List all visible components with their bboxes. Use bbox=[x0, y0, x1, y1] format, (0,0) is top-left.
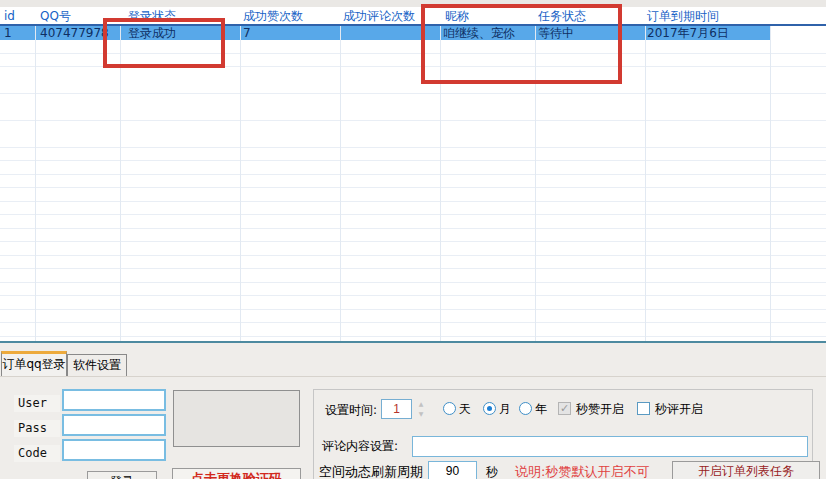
radio-month[interactable] bbox=[483, 402, 496, 415]
instant-comment-label[interactable]: 秒评开启 bbox=[655, 402, 703, 417]
code-input[interactable] bbox=[62, 439, 166, 461]
radio-day[interactable] bbox=[443, 402, 456, 415]
grid-vline bbox=[35, 26, 36, 341]
col-header-id[interactable]: id bbox=[4, 8, 15, 24]
time-setting-label: 设置时间: bbox=[325, 403, 377, 418]
radio-day-label[interactable]: 天 bbox=[459, 402, 471, 417]
captcha-image[interactable] bbox=[173, 390, 300, 447]
instant-comment-checkbox[interactable] bbox=[637, 402, 650, 415]
col-header-comment-count[interactable]: 成功评论次数 bbox=[343, 8, 415, 24]
user-label: User bbox=[14, 395, 60, 412]
pass-label: Pass bbox=[14, 420, 60, 437]
instant-like-label[interactable]: 秒赞开启 bbox=[576, 402, 624, 417]
note-text: 说明:秒赞默认开启不可 bbox=[515, 463, 649, 479]
grid-vline bbox=[340, 26, 341, 341]
cell-expire-date[interactable]: 2017年7月6日 bbox=[647, 26, 729, 40]
refresh-unit-label: 秒 bbox=[486, 465, 498, 479]
instant-like-checkbox[interactable]: ✓ bbox=[558, 402, 571, 415]
tab-content-divider bbox=[0, 376, 826, 377]
grid-vline bbox=[240, 26, 241, 341]
comment-content-input[interactable] bbox=[412, 436, 808, 457]
tab-software-settings[interactable]: 软件设置 bbox=[67, 354, 127, 376]
spinner-up-icon[interactable]: ▲ bbox=[415, 399, 427, 408]
code-label: Code bbox=[14, 445, 60, 462]
order-table: id QQ号 登录状态 成功赞次数 成功评论次数 昵称 任务状态 订单到期时间 … bbox=[0, 0, 826, 343]
login-button[interactable]: 登录 bbox=[87, 471, 157, 479]
spinner-down-icon[interactable]: ▼ bbox=[415, 409, 427, 418]
col-header-expire-date[interactable]: 订单到期时间 bbox=[647, 8, 719, 24]
radio-year[interactable] bbox=[519, 402, 532, 415]
start-order-tasks-button[interactable]: 开启订单列表任务 bbox=[672, 461, 820, 479]
cell-id[interactable]: 1 bbox=[4, 26, 12, 40]
time-value-spinner[interactable] bbox=[381, 399, 412, 419]
user-input[interactable] bbox=[62, 389, 166, 411]
radio-month-label[interactable]: 月 bbox=[499, 402, 511, 417]
refresh-period-label: 空间动态刷新周期 bbox=[319, 464, 423, 479]
cell-qq[interactable]: 407477978 bbox=[40, 26, 109, 40]
tab-order-qq-login[interactable]: 订单qq登录 bbox=[1, 351, 67, 376]
refresh-period-input[interactable] bbox=[428, 461, 477, 479]
annotation-rect-nickname-task bbox=[421, 4, 622, 84]
grid-vline bbox=[645, 26, 646, 341]
pass-input[interactable] bbox=[62, 414, 166, 436]
radio-year-label[interactable]: 年 bbox=[535, 402, 547, 417]
col-header-qq[interactable]: QQ号 bbox=[40, 8, 71, 24]
cell-like-count[interactable]: 7 bbox=[243, 26, 251, 40]
bottom-panel: 订单qq登录 软件设置 User Pass Code 登录 点击更换验证码 设置… bbox=[0, 343, 826, 479]
comment-content-label: 评论内容设置: bbox=[322, 439, 398, 454]
grid-vline bbox=[770, 26, 771, 341]
table-top-strip bbox=[0, 0, 826, 7]
col-header-like-count[interactable]: 成功赞次数 bbox=[243, 8, 303, 24]
table-grid bbox=[0, 40, 826, 341]
grid-vline bbox=[120, 26, 121, 341]
annotation-rect-login-status bbox=[103, 18, 225, 68]
refresh-captcha-button[interactable]: 点击更换验证码 bbox=[172, 468, 301, 479]
